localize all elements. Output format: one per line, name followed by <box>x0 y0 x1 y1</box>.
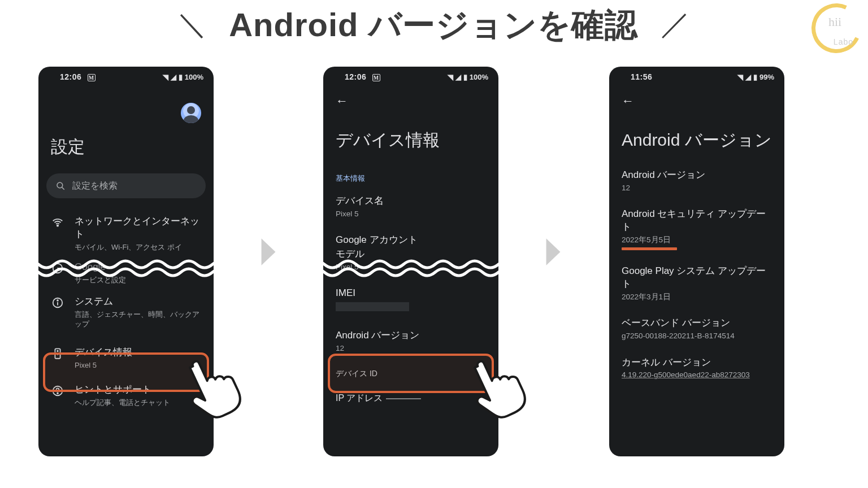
svg-point-11 <box>57 393 58 394</box>
item-sub: g7250-00188-220211-B-8174514 <box>622 331 772 341</box>
item-sub: Pixel 5 <box>336 262 486 272</box>
svg-point-0 <box>57 182 63 188</box>
battery-icon: ▮ <box>463 73 467 81</box>
phone-device-info: 12:06 M ◥ ◢ ▮ 100% ← デバイス情報 基本情報 デバイス名 P… <box>323 67 498 456</box>
svg-line-1 <box>62 188 64 190</box>
section-basic-info: 基本情報 <box>323 168 498 188</box>
phone-android-version: 11:56 ◥ ◢ ▮ 99% ← Android バージョン Android … <box>609 67 784 456</box>
item-title: デバイス名 <box>336 195 486 208</box>
item-sub: 4.19.220-g500ede0aed22-ab8272303 <box>622 370 772 380</box>
step-arrow-icon <box>259 237 278 263</box>
item-sub: 12 <box>336 343 486 354</box>
slash-left-icon: ＼ <box>176 4 207 45</box>
info-icon <box>51 297 64 309</box>
item-sub: 言語、ジェスチャー、時間、バックアップ <box>75 310 201 329</box>
status-icons: ◥ ◢ ▮ 99% <box>737 73 774 81</box>
page-title-text: Android バージョンを確認 <box>229 6 637 43</box>
item-title: カーネル バージョン <box>622 356 772 369</box>
profile-avatar[interactable] <box>181 103 201 123</box>
settings-item-network[interactable]: ネットワークとインターネット モバイル、Wi-Fi、アクセス ポイ <box>38 208 214 259</box>
screen-title: 設定 <box>38 84 214 170</box>
search-icon <box>55 181 66 191</box>
status-icons: ◥ ◢ ▮ 100% <box>448 73 488 81</box>
status-time: 11:56 <box>631 72 652 81</box>
signal-icon: ◢ <box>171 73 176 81</box>
wifi-icon <box>51 216 64 229</box>
row-security-update[interactable]: Android セキュリティ アップデート 2022年5月5日 <box>609 201 784 258</box>
item-sub: モバイル、Wi-Fi、アクセス ポイ <box>75 242 201 252</box>
item-sub: 2022年3月1日 <box>622 292 772 302</box>
screen-title: デバイス情報 <box>323 112 498 168</box>
item-title: ネットワークとインターネット <box>75 215 201 241</box>
wifi-icon: ◥ <box>737 73 743 81</box>
imei-redacted <box>336 302 409 311</box>
back-button[interactable]: ← <box>323 84 498 112</box>
battery-icon: ▮ <box>753 73 757 81</box>
gmail-icon: M <box>88 74 96 81</box>
item-title: モデル <box>336 248 486 261</box>
signal-icon: ◢ <box>745 73 751 81</box>
item-sub: 2022年5月5日 <box>622 235 772 245</box>
status-bar: 12:06 M ◥ ◢ ▮ 100% <box>38 67 214 84</box>
battery-pct: 100% <box>185 73 203 81</box>
item-title: Google アカウント <box>336 234 486 247</box>
item-sub: Pixel 5 <box>336 209 486 219</box>
item-title: ベースバンド バージョン <box>622 317 772 330</box>
row-android-version[interactable]: Android バージョン 12 <box>609 162 784 201</box>
slash-right-icon: ／ <box>661 4 692 45</box>
item-title: システム <box>75 295 201 308</box>
page-title: ＼ Android バージョンを確認 ／ <box>0 3 868 47</box>
phone-settings: 12:06 M ◥ ◢ ▮ 100% 設定 設定を検索 ネットワークとインターネ… <box>38 67 214 456</box>
battery-pct: 100% <box>470 73 488 81</box>
status-time-text: 12:06 <box>345 72 366 81</box>
brand-logo-text: hii <box>828 15 841 29</box>
item-sub: ヘルプ記事、電話とチャット <box>75 398 201 408</box>
row-play-system-update[interactable]: Google Play システム アップデート 2022年3月1日 <box>609 258 784 310</box>
row-baseband[interactable]: ベースバンド バージョン g7250-00188-220211-B-817451… <box>609 310 784 349</box>
row-google-account[interactable]: Google アカウント <box>323 227 498 248</box>
row-kernel[interactable]: カーネル バージョン 4.19.220-g500ede0aed22-ab8272… <box>609 350 784 381</box>
item-title: Google <box>75 261 201 274</box>
search-input[interactable]: 設定を検索 <box>46 173 206 198</box>
highlight-android-version <box>328 354 494 393</box>
status-time-text: 12:06 <box>60 72 81 81</box>
status-icons: ◥ ◢ ▮ 100% <box>163 73 203 81</box>
battery-icon: ▮ <box>179 73 183 81</box>
item-title: Android セキュリティ アップデート <box>622 208 772 234</box>
item-sub: 12 <box>622 183 772 193</box>
svg-point-9 <box>57 351 58 352</box>
svg-point-2 <box>57 225 58 226</box>
row-imei[interactable]: IMEI <box>323 280 498 319</box>
status-time: 12:06 M <box>60 72 96 81</box>
brand-logo-sub: Labo <box>834 37 853 46</box>
battery-pct: 99% <box>760 73 774 81</box>
back-button[interactable]: ← <box>609 84 784 112</box>
settings-item-system[interactable]: システム 言語、ジェスチャー、時間、バックアップ <box>38 289 214 336</box>
item-title: IMEI <box>336 287 486 300</box>
status-time: 12:06 M <box>345 72 380 81</box>
item-sub: サービスと設定 <box>75 275 201 285</box>
search-placeholder: 設定を検索 <box>72 180 118 192</box>
item-title: Google Play システム アップデート <box>622 265 772 291</box>
row-device-name[interactable]: デバイス名 Pixel 5 <box>323 188 498 227</box>
gmail-icon: M <box>372 74 380 81</box>
underline-accent <box>622 247 677 250</box>
step-arrow-icon <box>544 237 563 263</box>
svg-point-6 <box>57 300 58 301</box>
brand-logo: hii Labo <box>811 3 861 53</box>
status-bar: 11:56 ◥ ◢ ▮ 99% <box>609 67 784 84</box>
google-icon <box>51 262 64 274</box>
wifi-icon: ◥ <box>448 73 453 81</box>
settings-item-google[interactable]: Google サービスと設定 <box>38 259 214 288</box>
highlight-device-info <box>43 352 209 392</box>
screen-title: Android バージョン <box>609 112 784 162</box>
redacted-line <box>386 398 421 399</box>
item-title: Android バージョン <box>336 329 486 342</box>
signal-icon: ◢ <box>455 73 461 81</box>
status-bar: 12:06 M ◥ ◢ ▮ 100% <box>323 67 498 84</box>
wifi-icon: ◥ <box>163 73 168 81</box>
item-title: Android バージョン <box>622 169 772 182</box>
item-title: IP アドレス <box>336 393 383 404</box>
row-model[interactable]: モデル Pixel 5 <box>323 248 498 280</box>
